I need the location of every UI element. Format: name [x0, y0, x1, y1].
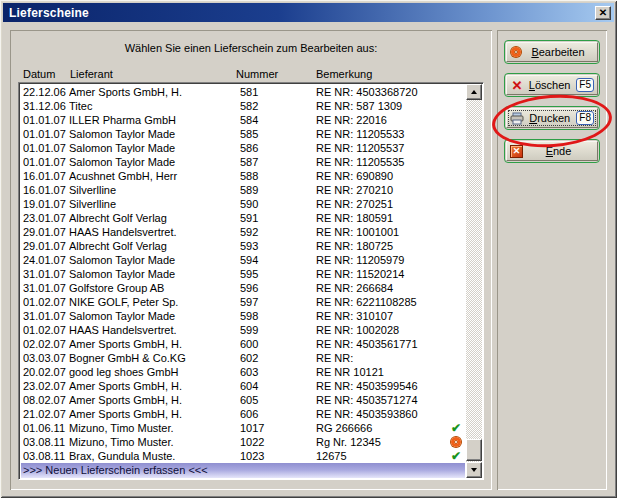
list-item[interactable]: 03.03.07Bogner GmbH & Co.KG602RE NR: [21, 351, 465, 365]
exit-icon: ✕ [510, 145, 523, 158]
cell-datum: 03.03.07 [23, 351, 69, 365]
cell-bemerkung: RE NR: 22016 [316, 113, 447, 127]
status-placeholder [447, 295, 465, 309]
cell-nummer: 603 [240, 365, 316, 379]
cell-datum: 22.12.06 [23, 85, 69, 99]
cell-nummer: 606 [240, 407, 316, 421]
cell-lieferant: Titec [69, 99, 240, 113]
cell-datum: 23.01.07 [23, 211, 69, 225]
lieferscheine-dialog: Lieferscheine ✕ Wählen Sie einen Liefers… [0, 0, 617, 498]
vertical-scrollbar[interactable] [466, 84, 482, 478]
cell-lieferant: ILLER Pharma GmbH [69, 113, 240, 127]
cell-nummer: 586 [240, 141, 316, 155]
cell-datum: 01.02.07 [23, 295, 69, 309]
status-placeholder [447, 351, 465, 365]
list-item[interactable]: 03.08.11Mizuno, Timo Muster.1022Rg Nr. 1… [21, 435, 465, 449]
cell-bemerkung: RE NR: 1002028 [316, 323, 447, 337]
lieferschein-list[interactable]: 22.12.06Amer Sports GmbH, H.581RE NR: 45… [18, 82, 484, 480]
close-button[interactable]: ✕ [595, 6, 611, 20]
status-placeholder [447, 379, 465, 393]
list-item[interactable]: 01.01.07ILLER Pharma GmbH584RE NR: 22016 [21, 113, 465, 127]
cell-bemerkung: RE NR: 11205535 [316, 155, 447, 169]
status-placeholder [447, 85, 465, 99]
list-item[interactable]: 01.06.11Mizuno, Timo Muster.1017RG 26666… [21, 421, 465, 435]
cell-nummer: 1022 [240, 435, 316, 449]
cell-lieferant: Salomon Taylor Made [69, 155, 240, 169]
bearbeiten-button[interactable]: Bearbeiten [504, 40, 600, 64]
cell-nummer: 582 [240, 99, 316, 113]
scroll-up-button[interactable] [466, 84, 482, 100]
list-item[interactable]: 24.01.07Salomon Taylor Made594RE NR: 112… [21, 253, 465, 267]
cell-datum: 01.01.07 [23, 155, 69, 169]
cell-nummer: 1023 [240, 449, 316, 463]
scrollbar-thumb[interactable] [466, 439, 482, 461]
column-header-bemerkung: Bemerkung [316, 68, 372, 80]
cell-lieferant: Amer Sports GmbH, H. [69, 337, 240, 351]
cell-lieferant: Salomon Taylor Made [69, 267, 240, 281]
list-item[interactable]: 29.01.07Albrecht Golf Verlag593RE NR: 18… [21, 239, 465, 253]
cell-datum: 03.08.11 [23, 449, 69, 463]
f5-key-badge: F5 [576, 78, 594, 92]
cell-lieferant: Albrecht Golf Verlag [69, 211, 240, 225]
list-item[interactable]: 29.01.07HAAS Handelsvertret.592RE NR: 10… [21, 225, 465, 239]
cell-lieferant: Salomon Taylor Made [69, 309, 240, 323]
cell-bemerkung: RE NR: 11205533 [316, 127, 447, 141]
list-item[interactable]: 31.01.07Golfstore Group AB596RE NR: 2666… [21, 281, 465, 295]
cell-lieferant: Amer Sports GmbH, H. [69, 85, 240, 99]
list-item[interactable]: 21.02.07Amer Sports GmbH, H.606RE NR: 45… [21, 407, 465, 421]
status-placeholder [447, 253, 465, 267]
status-placeholder [447, 113, 465, 127]
cell-nummer: 596 [240, 281, 316, 295]
cell-datum: 29.01.07 [23, 239, 69, 253]
list-item[interactable]: 31.01.07Salomon Taylor Made598RE NR: 310… [21, 309, 465, 323]
cell-datum: 20.02.07 [23, 365, 69, 379]
list-item[interactable]: 20.02.07good leg shoes GmbH603RE NR 1012… [21, 365, 465, 379]
check-icon: ✔ [447, 449, 465, 463]
cell-nummer: 581 [240, 85, 316, 99]
cell-datum: 01.02.07 [23, 323, 69, 337]
list-item[interactable]: 01.01.07Salomon Taylor Made586RE NR: 112… [21, 141, 465, 155]
list-item[interactable]: 01.02.07HAAS Handelsvertret.599RE NR: 10… [21, 323, 465, 337]
list-item[interactable]: 19.01.07Silverlline590RE NR: 270251 [21, 197, 465, 211]
status-placeholder [447, 127, 465, 141]
status-placeholder [447, 225, 465, 239]
list-rows: 22.12.06Amer Sports GmbH, H.581RE NR: 45… [21, 85, 465, 463]
cell-nummer: 591 [240, 211, 316, 225]
cell-lieferant: Salomon Taylor Made [69, 253, 240, 267]
list-item[interactable]: 08.02.07Amer Sports GmbH, H.605RE NR: 45… [21, 393, 465, 407]
cell-bemerkung: RE NR 10121 [316, 365, 447, 379]
list-item[interactable]: 03.08.11Brax, Gundula Muste.102312675✔ [21, 449, 465, 463]
list-item[interactable]: 02.02.07Amer Sports GmbH, H.600RE NR: 45… [21, 337, 465, 351]
list-item[interactable]: 01.01.07Salomon Taylor Made585RE NR: 112… [21, 127, 465, 141]
list-item[interactable]: 23.02.07Amer Sports GmbH, H.604RE NR: 45… [21, 379, 465, 393]
list-item[interactable]: 31.01.07Salomon Taylor Made595RE NR: 115… [21, 267, 465, 281]
titlebar[interactable]: Lieferscheine ✕ [3, 3, 614, 22]
cell-lieferant: Amer Sports GmbH, H. [69, 393, 240, 407]
cell-lieferant: HAAS Handelsvertret. [69, 323, 240, 337]
list-item[interactable]: 22.12.06Amer Sports GmbH, H.581RE NR: 45… [21, 85, 465, 99]
cell-datum: 24.01.07 [23, 253, 69, 267]
scroll-down-button[interactable] [466, 462, 482, 478]
list-item[interactable]: 01.01.07Salomon Taylor Made587RE NR: 112… [21, 155, 465, 169]
status-placeholder [447, 197, 465, 211]
cell-nummer: 592 [240, 225, 316, 239]
list-item[interactable]: 16.01.07Acushnet GmbH, Herr588RE NR: 690… [21, 169, 465, 183]
cell-bemerkung: RG 266666 [316, 421, 447, 435]
loeschen-button[interactable]: ✕ Löschen F5 [504, 73, 600, 97]
drucken-button[interactable]: Drucken F8 [504, 106, 600, 130]
new-lieferschein-row[interactable]: >>> Neuen Lieferschein erfassen <<< [21, 463, 465, 478]
check-icon: ✔ [447, 421, 465, 435]
cell-bemerkung: RE NR: 6221108285 [316, 295, 447, 309]
cell-lieferant: Albrecht Golf Verlag [69, 239, 240, 253]
cell-nummer: 594 [240, 253, 316, 267]
close-icon: ✕ [599, 8, 607, 18]
cell-bemerkung: RE NR: 4503593860 [316, 407, 447, 421]
list-item[interactable]: 01.02.07NIKE GOLF, Peter Sp.597RE NR: 62… [21, 295, 465, 309]
ende-button[interactable]: ✕ Ende [504, 139, 600, 163]
list-item[interactable]: 23.01.07Albrecht Golf Verlag591RE NR: 18… [21, 211, 465, 225]
list-item[interactable]: 31.12.06Titec582RE NR: 587 1309 [21, 99, 465, 113]
ende-label: Ende [523, 145, 594, 157]
cell-datum: 03.08.11 [23, 435, 69, 449]
cell-nummer: 589 [240, 183, 316, 197]
list-item[interactable]: 16.01.07Silverlline589RE NR: 270210 [21, 183, 465, 197]
